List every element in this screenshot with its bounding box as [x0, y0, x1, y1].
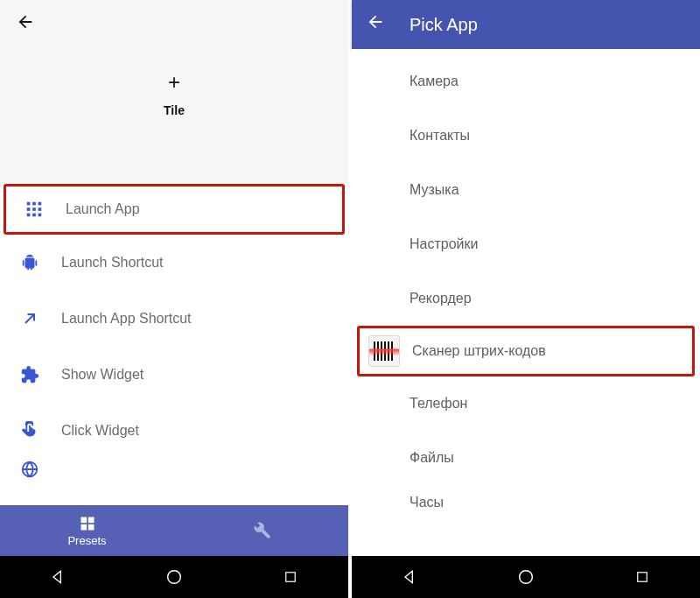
- app-label: Часы: [410, 495, 444, 510]
- svg-rect-17: [637, 573, 647, 582]
- app-item-phone[interactable]: Телефон: [352, 376, 700, 431]
- svg-rect-2: [38, 202, 42, 206]
- action-launch-shortcut[interactable]: Launch Shortcut: [0, 235, 348, 291]
- app-label: Музыка: [410, 182, 459, 198]
- arrow-left-icon: [366, 12, 385, 32]
- android-nav-bar: [352, 556, 700, 598]
- app-item-recorder[interactable]: Рекордер: [352, 271, 700, 326]
- app-item-music[interactable]: Музыка: [352, 163, 700, 217]
- app-item-settings[interactable]: Настройки: [352, 217, 700, 271]
- svg-rect-0: [27, 202, 31, 206]
- action-list: Launch App Launch Shortcut Launch App Sh…: [0, 184, 348, 505]
- tab-presets-label: Presets: [67, 534, 106, 547]
- app-label: Телефон: [410, 396, 467, 412]
- svg-rect-3: [27, 208, 31, 211]
- barcode-scanner-icon: [368, 335, 400, 367]
- svg-rect-7: [32, 214, 36, 217]
- nav-home[interactable]: [164, 567, 184, 587]
- app-item-barcode-scanner[interactable]: Сканер штрих-кодов: [357, 326, 695, 376]
- arrow-up-right-icon: [18, 306, 42, 331]
- globe-icon: [18, 459, 42, 480]
- svg-rect-11: [88, 517, 94, 523]
- app-item-files[interactable]: Файлы: [352, 431, 700, 485]
- nav-back[interactable]: [400, 567, 419, 587]
- tile-label: Tile: [0, 103, 348, 117]
- tab-tools[interactable]: [174, 505, 348, 556]
- apps-grid-icon: [22, 197, 46, 222]
- page-title: Pick App: [410, 15, 478, 35]
- svg-point-16: [520, 571, 533, 584]
- svg-point-14: [168, 571, 181, 584]
- plus-icon: +: [0, 72, 348, 93]
- app-label: Настройки: [410, 236, 478, 252]
- bottom-tab-bar: Presets: [0, 505, 348, 556]
- action-show-widget[interactable]: Show Widget: [0, 347, 348, 403]
- app-item-clock[interactable]: Часы: [352, 485, 700, 520]
- nav-recent[interactable]: [281, 567, 300, 587]
- tile-header: + Tile: [0, 0, 348, 184]
- action-partial[interactable]: [0, 459, 348, 480]
- action-label: Launch App Shortcut: [61, 311, 192, 327]
- phone-left: + Tile Launch App Launch Shortcut: [0, 0, 348, 598]
- svg-rect-4: [32, 208, 36, 211]
- action-label: Show Widget: [61, 367, 144, 383]
- arrow-left-icon: [16, 12, 35, 32]
- svg-rect-5: [38, 208, 42, 211]
- app-label: Рекордер: [410, 291, 472, 306]
- app-item-contacts[interactable]: Контакты: [352, 109, 700, 163]
- tab-presets[interactable]: Presets: [0, 505, 174, 556]
- presets-grid-icon: [79, 515, 96, 532]
- nav-home[interactable]: [516, 567, 536, 587]
- app-label: Файлы: [410, 450, 454, 466]
- svg-rect-8: [38, 214, 42, 217]
- puzzle-icon: [18, 362, 42, 387]
- svg-rect-6: [27, 214, 31, 217]
- action-label: Launch App: [66, 201, 140, 217]
- nav-back[interactable]: [48, 567, 67, 587]
- app-bar: Pick App: [352, 0, 700, 49]
- action-label: Launch Shortcut: [61, 255, 164, 271]
- add-tile-button[interactable]: + Tile: [0, 72, 348, 117]
- phone-right: Pick App Камера Контакты Музыка Настройк…: [352, 0, 700, 598]
- action-click-widget[interactable]: Click Widget: [0, 403, 348, 459]
- android-nav-bar: [0, 556, 348, 598]
- app-item-camera[interactable]: Камера: [352, 54, 700, 109]
- app-label: Сканер штрих-кодов: [412, 343, 546, 359]
- nav-recent[interactable]: [633, 567, 652, 587]
- svg-rect-15: [285, 573, 295, 582]
- app-label: Камера: [410, 74, 458, 89]
- back-button[interactable]: [16, 12, 35, 37]
- svg-rect-12: [80, 524, 87, 530]
- app-list: Камера Контакты Музыка Настройки Рекорде…: [352, 49, 700, 556]
- android-icon: [18, 250, 42, 275]
- svg-rect-10: [80, 517, 87, 523]
- back-button[interactable]: [366, 12, 385, 37]
- svg-rect-13: [88, 524, 94, 530]
- svg-rect-1: [32, 202, 36, 206]
- action-label: Click Widget: [61, 423, 139, 439]
- action-launch-app[interactable]: Launch App: [4, 184, 345, 235]
- app-label: Контакты: [410, 128, 470, 144]
- action-launch-app-shortcut[interactable]: Launch App Shortcut: [0, 291, 348, 347]
- tap-icon: [18, 419, 42, 443]
- wrench-icon: [252, 520, 271, 539]
